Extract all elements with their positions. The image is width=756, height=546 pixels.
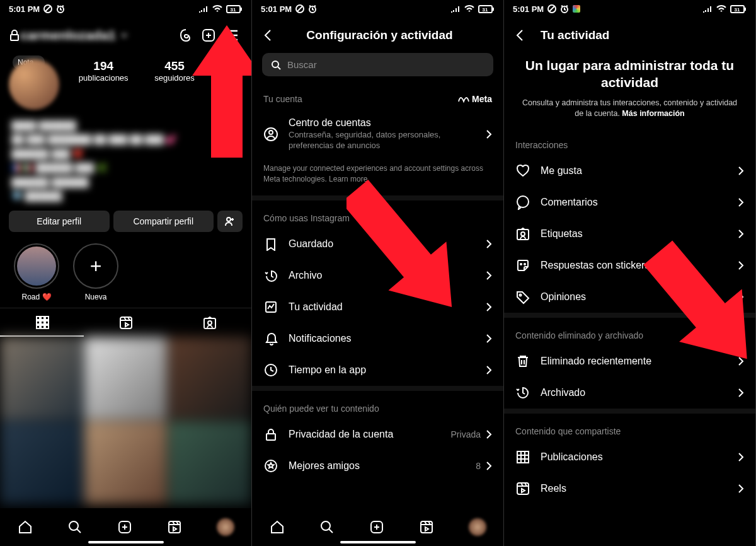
page-header: Configuración y actividad — [252, 18, 503, 53]
svg-rect-44 — [517, 229, 529, 240]
stickers-item[interactable]: Respuestas con stickers — [504, 250, 755, 281]
svg-point-45 — [521, 232, 525, 236]
discover-people-button[interactable] — [217, 211, 243, 232]
likes-item[interactable]: Me gusta — [504, 155, 755, 187]
svg-point-28 — [272, 61, 278, 67]
tags-item[interactable]: Etiquetas — [504, 218, 755, 250]
your-activity-item[interactable]: Tu actividad — [252, 291, 503, 323]
status-bar: 5:01 PM 31 — [0, 0, 251, 18]
profile-screen: 5:01 PM 31 carmenlozada1 Nota... 194publ… — [0, 0, 252, 546]
notifications-item[interactable]: Notificaciones — [252, 323, 503, 354]
back-icon[interactable] — [513, 28, 528, 43]
avatar[interactable] — [9, 59, 59, 110]
stat-following[interactable]: 9se — [220, 59, 229, 110]
search-icon[interactable] — [319, 520, 335, 535]
page-title: Configuración y actividad — [265, 28, 495, 42]
grid-photo[interactable] — [84, 337, 168, 420]
username-label: carmenlozada1 — [20, 28, 116, 43]
page-title: Tu actividad — [541, 28, 747, 42]
svg-rect-5 — [11, 35, 18, 40]
add-icon[interactable] — [117, 520, 132, 535]
trash-icon — [515, 354, 530, 369]
learn-more-link[interactable]: Más información — [622, 109, 684, 118]
stat-posts[interactable]: 194publicaciones — [79, 59, 129, 110]
stat-followers[interactable]: 455seguidores — [154, 59, 195, 110]
home-icon[interactable] — [18, 520, 33, 535]
svg-point-7 — [227, 218, 231, 221]
page-header: Tu actividad — [504, 18, 755, 53]
comments-item[interactable]: Comentarios — [504, 187, 755, 218]
reels-icon[interactable] — [167, 520, 182, 535]
close-friends-item[interactable]: Mejores amigos 8 — [252, 450, 503, 482]
username-dropdown[interactable]: carmenlozada1 — [20, 28, 129, 43]
reels-item[interactable]: Reels — [504, 473, 755, 504]
tab-reels[interactable] — [84, 308, 168, 337]
time-item[interactable]: Tiempo en la app — [252, 354, 503, 386]
recently-deleted-item[interactable]: Eliminado recientemente — [504, 346, 755, 377]
grid-photo[interactable] — [168, 337, 251, 420]
svg-rect-22 — [169, 521, 180, 533]
chevron-right-icon — [738, 229, 744, 239]
tag-person-icon — [515, 226, 530, 241]
grid-photo[interactable] — [0, 337, 83, 420]
chevron-right-icon — [738, 292, 744, 302]
tab-grid[interactable] — [0, 308, 84, 337]
svg-rect-14 — [37, 325, 40, 328]
accounts-center-item[interactable]: Centro de cuentas Contraseña, seguridad,… — [252, 109, 503, 160]
create-button[interactable] — [197, 24, 220, 47]
svg-rect-50 — [517, 483, 529, 494]
threads-icon[interactable] — [175, 24, 197, 47]
bookmark-icon — [263, 236, 278, 252]
status-bar: 5:01 PM 31 — [504, 0, 755, 18]
share-profile-button[interactable]: Compartir perfil — [113, 211, 214, 232]
posts-item[interactable]: Publicaciones — [504, 441, 755, 473]
archive-item[interactable]: Archivo — [252, 260, 503, 291]
tag-icon — [515, 289, 530, 305]
chevron-right-icon — [738, 452, 744, 462]
wifi-icon — [716, 5, 726, 13]
grid-photo[interactable] — [0, 421, 83, 504]
svg-point-48 — [520, 294, 522, 296]
reels-icon — [515, 481, 530, 496]
chevron-right-icon — [486, 461, 492, 471]
hero-title: Un lugar para administrar toda tu activi… — [522, 57, 738, 91]
comment-icon — [515, 195, 530, 210]
grid-photo[interactable] — [84, 421, 168, 504]
profile-header: carmenlozada1 — [0, 18, 251, 53]
signal-icon — [450, 5, 461, 13]
menu-button[interactable] — [220, 24, 243, 47]
highlight-item[interactable]: Road ❤️ — [14, 243, 59, 301]
grid-photo[interactable] — [168, 421, 251, 504]
svg-rect-16 — [45, 325, 49, 328]
nav-profile[interactable] — [217, 518, 234, 536]
svg-point-20 — [69, 521, 78, 530]
svg-rect-37 — [421, 521, 432, 533]
battery-icon: 31 — [226, 5, 243, 13]
search-bar[interactable]: Buscar — [262, 53, 493, 76]
archived-item[interactable]: Archivado — [504, 377, 755, 409]
svg-rect-10 — [45, 317, 49, 320]
svg-point-30 — [269, 131, 273, 134]
saved-item[interactable]: Guardado — [252, 228, 503, 260]
search-icon[interactable] — [67, 520, 83, 535]
privacy-item[interactable]: Privacidad de la cuenta Privada — [252, 419, 503, 450]
tab-tagged[interactable] — [168, 308, 251, 337]
chevron-right-icon — [738, 166, 744, 176]
dnd-icon — [43, 4, 52, 13]
archive-icon — [515, 385, 530, 400]
add-icon[interactable] — [369, 520, 384, 535]
nav-profile[interactable] — [469, 518, 486, 536]
section-interactions: Interacciones — [504, 131, 755, 155]
home-icon[interactable] — [270, 520, 285, 535]
bottom-nav — [0, 508, 251, 546]
edit-profile-button[interactable]: Editar perfil — [9, 211, 110, 232]
svg-point-47 — [524, 264, 525, 265]
highlight-new[interactable]: + Nueva — [73, 243, 118, 301]
svg-text:31: 31 — [231, 7, 236, 13]
reels-icon[interactable] — [419, 520, 434, 535]
signal-icon — [702, 5, 713, 13]
grid-icon — [515, 450, 530, 465]
your-activity-screen: 5:01 PM 31 Tu actividad Un lugar para ad… — [504, 0, 756, 546]
section-deleted: Contenido eliminado y archivado — [504, 318, 755, 346]
reviews-item[interactable]: Opiniones — [504, 281, 755, 313]
